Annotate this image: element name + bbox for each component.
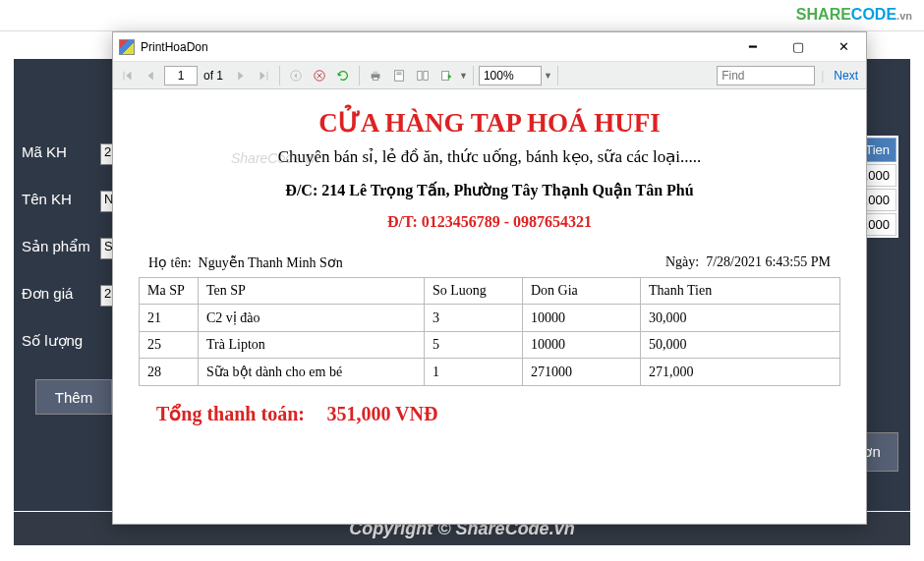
maximize-button[interactable]: ▢	[776, 32, 821, 62]
label-makh: Mã KH	[22, 143, 67, 160]
col-masp: Ma SP	[140, 278, 199, 305]
print-dialog: PrintHoaDon ━ ▢ ✕ of 1 ▼ ▼ | Next CỬA HÀ…	[112, 31, 867, 525]
cell-sl: 1	[425, 359, 523, 386]
col-soluong: So Luong	[425, 278, 523, 305]
first-page-icon[interactable]	[117, 65, 139, 86]
label-dongia: Đơn giá	[22, 285, 73, 303]
zoom-input[interactable]	[479, 66, 542, 85]
export-icon[interactable]	[435, 65, 457, 86]
dialog-titlebar[interactable]: PrintHoaDon ━ ▢ ✕	[113, 32, 866, 62]
report-toolbar: of 1 ▼ ▼ | Next	[113, 62, 866, 89]
cell-tt: 50,000	[641, 332, 840, 359]
report-phone: Đ/T: 0123456789 - 0987654321	[139, 213, 840, 231]
label-tenkh: Tên KH	[22, 191, 72, 207]
report-title: CỬA HÀNG TAP HOÁ HUFI	[139, 107, 840, 139]
cell-masp: 28	[140, 359, 199, 386]
svg-rect-3	[373, 71, 377, 74]
label-sanpham: Sản phẩm	[22, 238, 90, 255]
print-icon[interactable]	[365, 65, 386, 86]
label-soluong: Số lượng	[22, 332, 83, 350]
total-label: Tổng thanh toán:	[156, 403, 305, 424]
last-page-icon[interactable]	[253, 65, 274, 86]
cell-tensp: Trà Lipton	[199, 332, 425, 359]
svg-rect-7	[396, 74, 401, 75]
page-input[interactable]	[164, 66, 198, 85]
report-viewer[interactable]: CỬA HÀNG TAP HOÁ HUFI ShareCode.vn Chuyê…	[113, 89, 866, 524]
back-icon[interactable]	[285, 65, 307, 86]
report-total: Tổng thanh toán: 351,000 VNĐ	[139, 402, 840, 425]
next-page-icon[interactable]	[229, 65, 251, 86]
total-value: 351,000 VNĐ	[326, 403, 437, 424]
app-icon	[119, 39, 135, 55]
close-button[interactable]: ✕	[821, 32, 866, 62]
col-tensp: Ten SP	[199, 278, 425, 305]
date-value: 7/28/2021 6:43:55 PM	[706, 254, 831, 269]
table-row: 25Trà Lipton51000050,000	[140, 332, 840, 359]
page-setup-icon[interactable]	[412, 65, 433, 86]
print-layout-icon[interactable]	[388, 65, 410, 86]
cell-tensp: Sữa bột dành cho em bé	[199, 359, 425, 386]
table-row: 21C2 vị đào31000030,000	[140, 305, 840, 332]
find-next-link[interactable]: Next	[830, 69, 862, 83]
minimize-button[interactable]: ━	[730, 32, 776, 62]
faint-watermark: ShareCode.vn	[231, 150, 319, 166]
report-info-row: Họ tên: Nguyễn Thanh Minh Sơn Ngày: 7/28…	[148, 254, 831, 271]
cell-sl: 5	[425, 332, 523, 359]
cell-tt: 30,000	[641, 305, 840, 332]
svg-rect-5	[395, 70, 404, 81]
svg-rect-8	[418, 71, 422, 80]
refresh-icon[interactable]	[332, 65, 354, 86]
svg-rect-4	[373, 77, 377, 80]
find-input[interactable]	[717, 66, 815, 85]
button-them[interactable]: Thêm	[35, 379, 112, 415]
cell-tt: 271,000	[641, 359, 840, 386]
report-table: Ma SP Ten SP So Luong Don Gia Thanh Tien…	[139, 277, 840, 386]
cell-tensp: C2 vị đào	[199, 305, 425, 332]
prev-page-icon[interactable]	[141, 65, 162, 86]
cell-dg: 271000	[523, 359, 641, 386]
cell-dg: 10000	[523, 332, 641, 359]
cell-dg: 10000	[523, 305, 641, 332]
cell-masp: 25	[140, 332, 199, 359]
report-address: Đ/C: 214 Lê Trọng Tấn, Phường Tây Thạnh …	[139, 181, 840, 199]
date-label: Ngày:	[665, 254, 699, 269]
table-row: 28Sữa bột dành cho em bé1271000271,000	[140, 359, 840, 386]
stop-icon[interactable]	[309, 65, 330, 86]
svg-rect-10	[442, 71, 449, 80]
page-of-label: of 1	[200, 69, 227, 83]
cell-masp: 21	[140, 305, 199, 332]
svg-rect-6	[396, 72, 401, 73]
parent-titlebar	[0, 0, 924, 31]
col-dongia: Don Gia	[523, 278, 641, 305]
col-thanhtien: Thanh Tien	[641, 278, 840, 305]
svg-rect-9	[424, 71, 428, 80]
sharecode-watermark: SHARECODE.vn	[796, 6, 912, 24]
name-value: Nguyễn Thanh Minh Sơn	[199, 255, 343, 270]
dialog-title: PrintHoaDon	[141, 40, 730, 54]
cell-sl: 3	[425, 305, 523, 332]
name-label: Họ tên:	[148, 255, 192, 270]
